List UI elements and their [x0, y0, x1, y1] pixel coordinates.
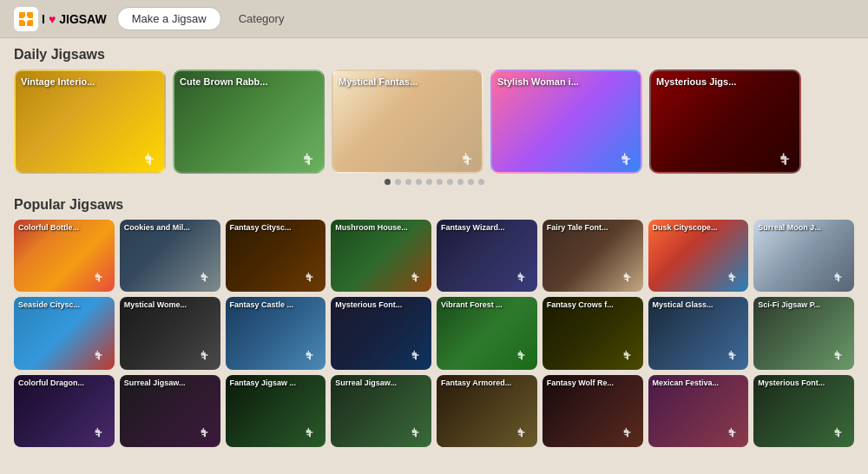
popular-puzzle-icon-2-3: [410, 425, 427, 443]
carousel-dot-9[interactable]: [478, 179, 484, 185]
popular-card-label-2-0: Colorful Dragon...: [18, 379, 84, 388]
popular-card-label-2-2: Fantasy Jigsaw ...: [230, 379, 297, 388]
popular-card-inner-0-1: Cookies and Mil...: [120, 220, 220, 292]
logo-icon: [14, 7, 38, 31]
carousel-dot-6[interactable]: [447, 179, 453, 185]
popular-card-label-1-3: Mysterious Font...: [335, 300, 402, 310]
popular-card-inner-0-7: Surreal Moon J...: [753, 220, 854, 292]
daily-card-0[interactable]: Vintage Interio...: [14, 69, 166, 174]
popular-card-inner-2-7: Mysterious Font...: [753, 375, 854, 447]
popular-card-2-0[interactable]: Colorful Dragon...: [14, 375, 115, 447]
popular-puzzle-icon-0-0: [93, 270, 110, 287]
popular-card-1-5[interactable]: Fantasy Crows f...: [542, 297, 643, 369]
popular-card-inner-1-6: Mystical Glass...: [648, 297, 749, 369]
popular-card-1-0[interactable]: Seaside Citysc...: [14, 297, 115, 369]
popular-card-1-3[interactable]: Mysterious Font...: [331, 297, 431, 369]
make-jigsaw-button[interactable]: Make a Jigsaw: [117, 7, 221, 30]
popular-card-label-2-5: Fantasy Wolf Re...: [547, 379, 614, 388]
popular-card-inner-0-5: Fairy Tale Font...: [542, 220, 643, 292]
popular-card-label-0-3: Mushroom House...: [335, 223, 408, 233]
popular-puzzle-icon-0-2: [304, 270, 321, 287]
popular-card-inner-1-4: Vibrant Forest ...: [437, 297, 537, 369]
popular-puzzle-icon-0-3: [410, 270, 427, 287]
logo-heart: ♥: [49, 12, 56, 26]
carousel-dot-2[interactable]: [405, 179, 411, 185]
carousel-dot-4[interactable]: [426, 179, 432, 185]
carousel-dot-7[interactable]: [457, 179, 464, 185]
popular-card-1-6[interactable]: Mystical Glass...: [648, 297, 749, 369]
daily-card-label-2: Mystical Fantas...: [339, 76, 418, 87]
popular-card-2-2[interactable]: Fantasy Jigsaw ...: [226, 375, 326, 447]
popular-card-inner-1-1: Mystical Wome...: [120, 297, 220, 369]
popular-puzzle-icon-2-5: [621, 425, 639, 443]
svg-point-4: [23, 16, 29, 22]
popular-card-inner-2-1: Surreal Jigsaw...: [120, 375, 220, 447]
popular-card-1-7[interactable]: Sci-Fi Jigsaw P...: [753, 297, 854, 369]
popular-card-inner-1-5: Fantasy Crows f...: [542, 297, 643, 369]
popular-card-inner-2-6: Mexican Festiva...: [648, 375, 749, 447]
popular-puzzle-icon-1-2: [304, 348, 321, 365]
popular-card-inner-0-4: Fantasy Wizard...: [437, 220, 537, 292]
daily-card-label-3: Stylish Woman i...: [497, 76, 579, 87]
daily-card-1[interactable]: Cute Brown Rabb...: [173, 69, 325, 174]
daily-puzzle-icon-4: [778, 150, 795, 168]
popular-puzzle-icon-1-5: [621, 348, 639, 365]
carousel-dot-0[interactable]: [385, 179, 391, 185]
popular-puzzle-icon-2-1: [199, 425, 216, 443]
popular-card-0-0[interactable]: Colorful Bottle...: [14, 220, 115, 292]
daily-card-label-1: Cute Brown Rabb...: [180, 76, 267, 87]
popular-card-2-5[interactable]: Fantasy Wolf Re...: [542, 375, 643, 447]
carousel-dot-3[interactable]: [416, 179, 422, 185]
popular-card-0-5[interactable]: Fairy Tale Font...: [542, 220, 643, 292]
carousel-dot-5[interactable]: [437, 179, 443, 185]
daily-puzzle-icon-1: [301, 150, 319, 168]
popular-card-2-6[interactable]: Mexican Festiva...: [648, 375, 749, 447]
popular-puzzle-icon-1-4: [516, 348, 533, 365]
popular-card-label-1-2: Fantasy Castle ...: [230, 300, 294, 310]
popular-card-label-0-7: Surreal Moon J...: [758, 223, 821, 233]
popular-card-label-0-2: Fantasy Citysc...: [230, 223, 292, 233]
popular-card-label-2-7: Mysterious Font...: [758, 379, 825, 388]
popular-card-label-2-4: Fantasy Armored...: [441, 379, 511, 388]
daily-puzzle-icon-2: [460, 150, 477, 168]
popular-card-0-2[interactable]: Fantasy Citysc...: [226, 220, 326, 292]
daily-puzzle-icon-3: [619, 150, 636, 168]
logo-text-i: I: [42, 12, 45, 26]
popular-card-inner-1-3: Mysterious Font...: [331, 297, 431, 369]
popular-card-0-7[interactable]: Surreal Moon J...: [753, 220, 854, 292]
daily-carousel: Vintage Interio... Cute Brown Rabb... My…: [14, 69, 854, 174]
popular-card-0-3[interactable]: Mushroom House...: [331, 220, 431, 292]
popular-card-0-1[interactable]: Cookies and Mil...: [120, 220, 220, 292]
popular-grid: Colorful Bottle... Cookies and Mil... Fa…: [14, 220, 854, 447]
logo: I ♥ JIGSAW: [14, 7, 107, 31]
popular-card-inner-1-7: Sci-Fi Jigsaw P...: [753, 297, 854, 369]
popular-card-2-3[interactable]: Surreal Jigsaw...: [331, 375, 431, 447]
daily-card-label-4: Mysterious Jigs...: [656, 76, 736, 87]
daily-card-2[interactable]: Mystical Fantas...: [332, 69, 483, 174]
carousel-dot-8[interactable]: [468, 179, 474, 185]
popular-card-1-2[interactable]: Fantasy Castle ...: [226, 297, 326, 369]
carousel-dots: [14, 179, 854, 185]
popular-card-label-1-6: Mystical Glass...: [653, 300, 713, 310]
popular-card-inner-1-0: Seaside Citysc...: [14, 297, 115, 369]
popular-card-2-7[interactable]: Mysterious Font...: [753, 375, 854, 447]
popular-puzzle-icon-1-7: [832, 348, 850, 365]
popular-card-1-1[interactable]: Mystical Wome...: [120, 297, 220, 369]
popular-card-label-2-3: Surreal Jigsaw...: [335, 379, 397, 388]
popular-puzzle-icon-0-7: [832, 270, 850, 287]
daily-card-3[interactable]: Stylish Woman i...: [490, 69, 642, 174]
category-button[interactable]: Category: [232, 8, 292, 30]
popular-card-1-4[interactable]: Vibrant Forest ...: [437, 297, 537, 369]
daily-card-label-0: Vintage Interio...: [21, 76, 95, 87]
popular-card-inner-0-6: Dusk Cityscope...: [648, 220, 749, 292]
popular-card-0-6[interactable]: Dusk Cityscope...: [648, 220, 749, 292]
popular-card-0-4[interactable]: Fantasy Wizard...: [437, 220, 537, 292]
logo-brand: JIGSAW: [59, 12, 106, 26]
popular-puzzle-icon-2-0: [93, 425, 110, 443]
popular-card-label-1-4: Vibrant Forest ...: [441, 300, 503, 310]
daily-card-4[interactable]: Mysterious Jigs...: [649, 69, 801, 174]
popular-card-2-4[interactable]: Fantasy Armored...: [437, 375, 537, 447]
carousel-dot-1[interactable]: [395, 179, 401, 185]
popular-puzzle-icon-2-7: [832, 425, 850, 443]
popular-card-2-1[interactable]: Surreal Jigsaw...: [120, 375, 220, 447]
